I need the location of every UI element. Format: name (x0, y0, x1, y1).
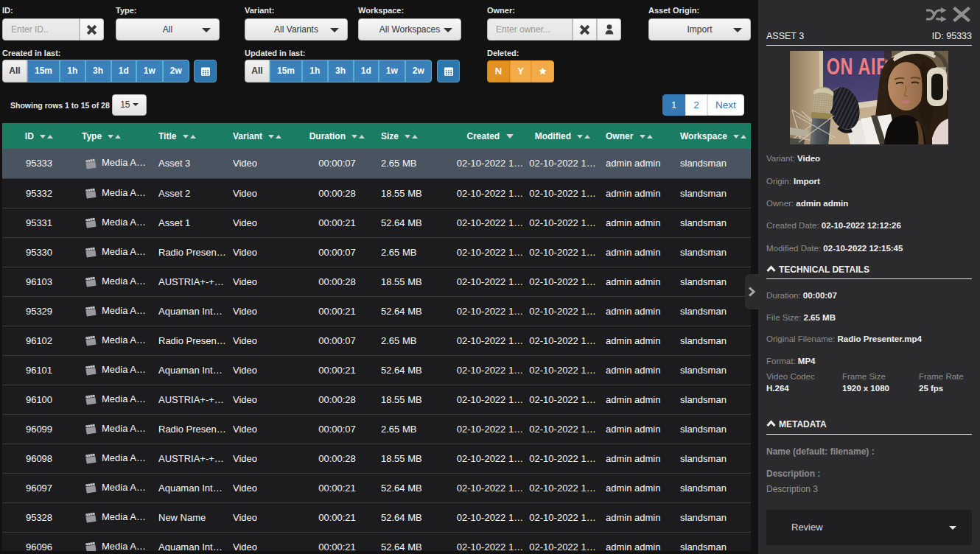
svg-text:ON AIR: ON AIR (827, 54, 889, 80)
